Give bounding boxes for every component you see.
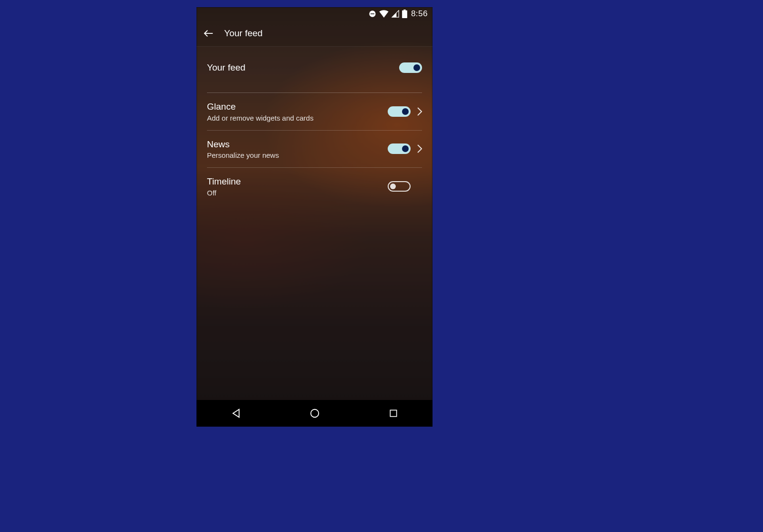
row-timeline-text: Timeline Off <box>207 176 388 197</box>
glance-toggle[interactable] <box>388 106 411 117</box>
chevron-right-icon[interactable] <box>417 144 422 153</box>
timeline-toggle[interactable] <box>388 181 411 192</box>
svg-point-6 <box>310 409 319 418</box>
feed-master-row: Your feed <box>207 47 422 93</box>
row-glance-controls <box>388 106 422 117</box>
nav-recent-button[interactable] <box>379 409 408 418</box>
row-glance-title: Glance <box>207 101 388 113</box>
svg-rect-1 <box>371 13 374 14</box>
content: Your feed Glance Add or remove widgets a… <box>196 47 433 205</box>
row-glance-text: Glance Add or remove widgets and cards <box>207 101 388 122</box>
row-timeline-controls <box>388 181 422 192</box>
svg-rect-3 <box>403 10 406 10</box>
nav-home-button[interactable] <box>300 408 329 419</box>
row-glance-subtitle: Add or remove widgets and cards <box>207 114 388 122</box>
row-news-text: News Personalize your news <box>207 139 388 160</box>
news-toggle[interactable] <box>388 143 411 154</box>
svg-rect-7 <box>390 410 396 416</box>
row-news-controls <box>388 143 422 154</box>
dnd-icon <box>369 10 376 18</box>
app-bar: Your feed <box>196 20 433 47</box>
chevron-right-icon[interactable] <box>417 107 422 116</box>
row-glance[interactable]: Glance Add or remove widgets and cards <box>207 93 422 131</box>
svg-marker-5 <box>233 409 239 418</box>
status-bar: 8:56 <box>196 7 433 20</box>
row-timeline[interactable]: Timeline Off <box>207 168 422 205</box>
page-title: Your feed <box>224 28 263 39</box>
feed-master-label: Your feed <box>207 62 246 73</box>
feed-master-toggle[interactable] <box>399 62 422 73</box>
back-button[interactable] <box>203 28 214 39</box>
row-news-title: News <box>207 139 388 150</box>
row-news[interactable]: News Personalize your news <box>207 131 422 168</box>
clock: 8:56 <box>411 9 428 19</box>
signal-icon <box>392 10 399 18</box>
wifi-icon <box>379 10 389 18</box>
phone-frame: 8:56 Your feed Your feed Glance Add or r… <box>196 7 433 427</box>
row-timeline-subtitle: Off <box>207 189 388 197</box>
row-news-subtitle: Personalize your news <box>207 151 388 159</box>
battery-icon <box>402 10 407 18</box>
row-timeline-title: Timeline <box>207 176 388 187</box>
svg-rect-2 <box>402 10 407 18</box>
nav-back-button[interactable] <box>222 408 250 419</box>
nav-bar <box>196 400 433 427</box>
